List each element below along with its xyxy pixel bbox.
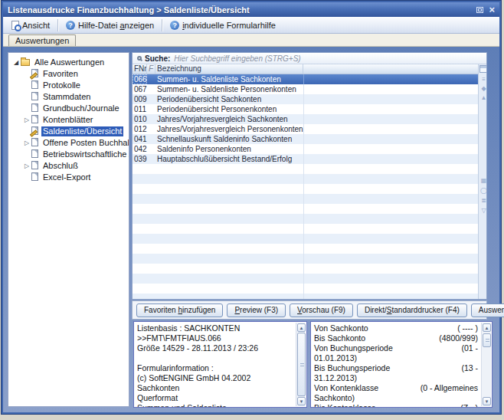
form-info-scrollbar[interactable]: ▲ ▼ [296, 323, 306, 406]
scroll-down-icon[interactable]: ▼ [297, 397, 306, 405]
preview-icon [11, 21, 19, 30]
zoom-icon[interactable]: ◯ [479, 187, 486, 195]
action-button-4[interactable]: Direkt/Standarddrucker (F4) [357, 304, 467, 317]
cell-f [147, 224, 155, 234]
tree-expander-icon[interactable]: ▷ [22, 139, 31, 146]
filter-icon[interactable]: ▽ [479, 207, 486, 215]
column-chooser-icon[interactable] [479, 65, 486, 73]
parameter-line: Bis Kontenklasse(Z - ) [314, 403, 479, 408]
tree-item-label: Favoriten [41, 69, 80, 79]
tree-item-kontenblätter[interactable]: ▷Kontenblätter [8, 114, 129, 126]
parameter-line: Bis Sachkonto(4800/999) [314, 333, 479, 343]
tree-item-label: Excel-Export [41, 172, 92, 182]
table-row[interactable]: 009Periodenübersicht Sachkonten [133, 94, 478, 104]
action-button-2[interactable]: Preview (F3) [227, 304, 286, 317]
window-restore-icon[interactable] [476, 7, 483, 13]
tree-item-alle-auswertungen[interactable]: ◢Alle Auswertungen [8, 57, 129, 68]
parameter-label: 01.01.2013) [314, 353, 357, 363]
tree-expander-icon[interactable]: ▷ [22, 162, 31, 169]
document-icon [31, 80, 38, 90]
cell-fnr [133, 174, 147, 184]
table-empty-row [133, 174, 478, 184]
cell-empty [303, 84, 478, 94]
info-line: Listenbasis : SACHKONTEN [137, 323, 293, 333]
cell-empty [303, 194, 478, 204]
info-line: Sachkonten [137, 383, 293, 393]
tree-item-betriebswirtschaftliche-auswertungen[interactable]: Betriebswirtschaftliche Auswertungen [8, 149, 129, 160]
grid-view-icon[interactable]: ▦ [479, 177, 486, 185]
column-header-fnr[interactable]: FNr [133, 64, 147, 74]
table-row[interactable]: 042Saldeninfo Personenkonten [133, 144, 478, 154]
cell-f [147, 204, 155, 214]
cell-empty [303, 294, 478, 299]
table-row[interactable]: 012Jahres/Vorjahresvergleich Personenkon… [133, 124, 478, 134]
cell-empty [303, 204, 478, 214]
tree-item-favoriten[interactable]: Favoriten [8, 68, 129, 80]
form-info-text: Listenbasis : SACHKONTEN>>FMT\FMTFIAUS.0… [137, 323, 293, 407]
table-row[interactable]: 039Hauptabschlußübersicht Bestand/Erfolg [133, 154, 478, 164]
cell-f [147, 144, 155, 154]
details-icon[interactable]: ≣ [479, 197, 486, 205]
parameter-line: Bis Buchungsperiode(13 - [314, 363, 479, 373]
cell-empty [303, 274, 478, 284]
cell-f [147, 94, 155, 104]
cell-f [147, 184, 155, 194]
column-header-empty[interactable] [303, 64, 478, 74]
toolbar-button-1[interactable]: Ansicht [6, 18, 55, 32]
tree-item-label: Betriebswirtschaftliche Auswertungen [41, 149, 129, 159]
toolbar-button-2[interactable]: ?Hilfe-Datei anzeigen [61, 18, 159, 32]
cell-bezeichnung [155, 284, 303, 294]
search-bar[interactable]: Suche: Hier Suchbegriff eingeben (STRG+S… [133, 53, 486, 64]
tree-item-grundbuch-journale[interactable]: Grundbuch/Journale [8, 103, 129, 114]
document-icon [31, 92, 38, 102]
column-header-bezeichnung[interactable]: Bezeichnung [155, 64, 303, 74]
cell-empty [303, 124, 478, 134]
table-row[interactable]: 067Summen- u. Saldenliste Personenkonten [133, 84, 478, 94]
action-button-3[interactable]: Vorschau (F9) [290, 304, 353, 317]
scroll-up-icon[interactable]: ▲ [297, 323, 306, 332]
tree-item-stammdaten[interactable]: Stammdaten [8, 91, 129, 103]
cell-f [147, 154, 155, 164]
scroll-down-icon[interactable]: ▼ [483, 397, 491, 405]
cell-fnr: 039 [133, 154, 147, 164]
search-input[interactable]: Hier Suchbegriff eingeben (STRG+S) [174, 54, 300, 63]
cell-fnr: 066 [133, 74, 147, 84]
tab-auswertungen[interactable]: Auswertungen [8, 34, 76, 46]
tree-item-label: Kontenblätter [41, 115, 94, 125]
tree-expander-icon[interactable]: ◢ [11, 59, 21, 66]
move-icon[interactable]: ◆ [479, 85, 486, 93]
toolbar-button-3[interactable]: ?individuelle Formularhilfe [165, 18, 281, 32]
cell-empty [303, 154, 478, 164]
scroll-up-icon[interactable]: ▲ [483, 323, 491, 332]
cell-bezeichnung: Schnellauskunft Saldeninfo Sachkonten [155, 134, 303, 144]
tree-item-excel-export[interactable]: Excel-Export [8, 172, 129, 183]
action-button-1[interactable]: Favoriten hinzufügen [136, 304, 223, 317]
parameters-scrollbar[interactable]: ▲ ▼ [481, 323, 491, 406]
cell-bezeichnung [155, 294, 303, 299]
cell-bezeichnung: Jahres/Vorjahresvergleich Personenkonten [155, 124, 303, 134]
cell-f [147, 74, 155, 84]
parameter-line: 31.12.2013) [314, 373, 479, 383]
table-row[interactable]: 010Jahres/Vorjahresvergleich Sachkonten [133, 114, 478, 124]
scrollbar-thumb[interactable] [483, 333, 491, 347]
close-icon[interactable]: × [489, 5, 495, 14]
tree-item-abschluß[interactable]: ▷Abschluß [8, 160, 129, 172]
tree-item-protokolle[interactable]: Protokolle [8, 80, 129, 91]
tree-item-saldenliste-übersicht[interactable]: Saldenliste/Übersicht [8, 126, 129, 137]
table-row[interactable]: 011Periodenübersicht Personenkonten [133, 104, 478, 114]
tree-expander-icon[interactable]: ▷ [22, 116, 31, 123]
table-row[interactable]: 066Summen- u. Saldenliste Sachkonten [133, 74, 478, 84]
action-bar: Favoriten hinzufügenPreview (F3)Vorschau… [132, 300, 487, 320]
column-header-f[interactable]: F [147, 64, 155, 74]
info-line [137, 353, 293, 363]
action-button-5[interactable]: Auswertung drucken [471, 304, 504, 317]
tree-item-offene-posten-buchhaltung[interactable]: ▷Offene Posten Buchhaltung [8, 137, 129, 149]
scroll-top-icon[interactable]: ▲ [479, 94, 486, 102]
cell-bezeichnung: Periodenübersicht Sachkonten [155, 94, 303, 104]
sort-ascending-icon[interactable]: ≡ [479, 76, 486, 84]
cell-empty [303, 134, 478, 144]
parameter-label: Bis Kontenklasse [314, 403, 376, 408]
parameter-line: Von Kontenklasse(0 - Allgemeines [314, 383, 479, 393]
scrollbar-thumb[interactable] [297, 333, 306, 396]
table-row[interactable]: 041Schnellauskunft Saldeninfo Sachkonten [133, 134, 478, 144]
